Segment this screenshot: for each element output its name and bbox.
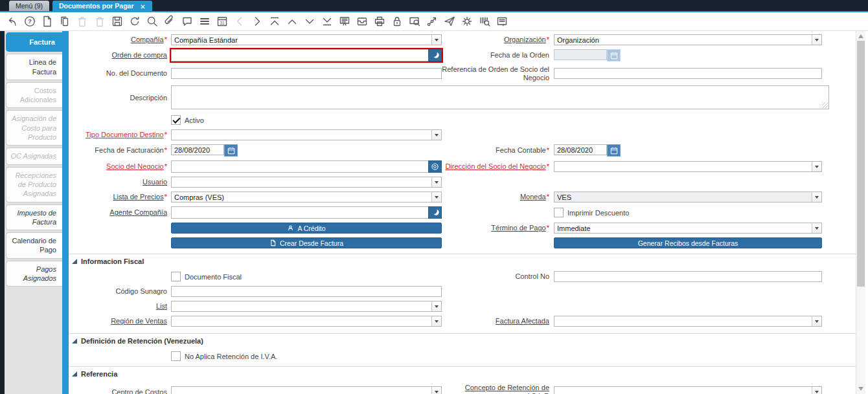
orden-de-compra-input[interactable]: [171, 49, 428, 61]
nav-up-icon[interactable]: [286, 15, 299, 28]
chevron-down-icon[interactable]: [812, 223, 821, 233]
usuario-label[interactable]: Usuario: [143, 178, 167, 186]
copy-record-icon[interactable]: [58, 15, 71, 28]
product-info-icon[interactable]: [478, 15, 491, 28]
centro-de-costos-label[interactable]: Centro de Costos: [111, 388, 167, 394]
factura-afectada-select[interactable]: [554, 316, 822, 327]
collapse-section-icon[interactable]: [72, 259, 77, 264]
chevron-down-icon[interactable]: [431, 301, 441, 311]
concepto-retencion-islr-select[interactable]: [554, 386, 822, 394]
control-no-input[interactable]: [554, 271, 822, 282]
list-select[interactable]: [171, 301, 442, 312]
send-icon[interactable]: [443, 15, 456, 28]
activo-checkbox[interactable]: [171, 115, 181, 125]
moneda-label[interactable]: Moneda: [520, 193, 546, 201]
lista-de-precios-label[interactable]: Lista de Precios: [113, 193, 163, 201]
collapse-section-icon[interactable]: [72, 338, 77, 344]
termino-de-pago-select[interactable]: Immediate: [554, 223, 822, 234]
list-label[interactable]: List: [156, 302, 167, 310]
calendar-icon[interactable]: [224, 144, 238, 157]
attachment-icon[interactable]: [163, 15, 176, 28]
agente-compania-input[interactable]: [171, 206, 428, 219]
organizacion-label[interactable]: Organización: [504, 36, 546, 43]
chevron-down-icon[interactable]: [431, 130, 441, 140]
sidebar-tab-linea-de-factura[interactable]: Linea de Factura: [6, 54, 62, 80]
termino-de-pago-label[interactable]: Término de Pago: [491, 224, 545, 232]
report-icon[interactable]: [338, 15, 351, 28]
agente-compania-lookup-button[interactable]: [428, 206, 442, 219]
nav-down-icon[interactable]: [303, 15, 316, 28]
save-icon[interactable]: [111, 15, 124, 28]
chevron-down-icon[interactable]: [431, 192, 441, 202]
scroll-up-icon[interactable]: [858, 34, 863, 38]
archive-icon[interactable]: [356, 15, 369, 28]
compania-label[interactable]: Compañía: [131, 36, 164, 43]
chevron-down-icon[interactable]: [812, 35, 821, 45]
concepto-retencion-islr-label[interactable]: Concepto de Retención de I.S.L.R: [465, 384, 549, 394]
direccion-del-socio-label[interactable]: Dirección del Socio del Negocio: [445, 162, 545, 170]
referencia-orden-socio-input[interactable]: [554, 68, 822, 79]
chevron-down-icon[interactable]: [812, 192, 821, 202]
factura-afectada-label[interactable]: Factura Afectada: [496, 317, 549, 325]
calendar-icon[interactable]: [607, 144, 621, 157]
sidebar-tab-pagos-asignados[interactable]: Pagos Asignados: [6, 261, 62, 287]
moneda-select[interactable]: VES: [554, 192, 822, 202]
help-panel-icon[interactable]: [496, 15, 508, 28]
sidebar-tab-factura[interactable]: Factura: [6, 32, 62, 52]
centro-de-costos-select[interactable]: [171, 386, 442, 394]
fecha-contable-input[interactable]: [554, 144, 607, 155]
refresh-icon[interactable]: [128, 15, 141, 28]
documento-fiscal-checkbox[interactable]: [171, 272, 181, 281]
socio-del-negocio-input[interactable]: [171, 160, 428, 173]
undo-icon[interactable]: [6, 15, 19, 28]
lista-de-precios-select[interactable]: Compras (VES): [171, 192, 442, 202]
find-icon[interactable]: [146, 15, 159, 28]
generar-recibos-button[interactable]: Generar Recibos desde Facturas: [554, 237, 822, 248]
compania-select[interactable]: Compañía Estándar: [171, 34, 442, 45]
chevron-down-icon[interactable]: [431, 177, 441, 187]
sidebar-tab-impuesto-de-factura[interactable]: Impuesto de Factura: [6, 204, 62, 231]
orden-de-compra-label[interactable]: Orden de compra: [111, 51, 167, 59]
agente-compania-label[interactable]: Agente Compañía: [109, 208, 167, 216]
chevron-down-icon[interactable]: [431, 387, 441, 394]
region-de-ventas-select[interactable]: [171, 316, 442, 327]
fecha-de-facturacion-input[interactable]: [171, 144, 224, 155]
vertical-scrollbar[interactable]: [856, 31, 865, 394]
close-tab-icon[interactable]: [140, 3, 146, 9]
business-partner-search-icon[interactable]: [428, 160, 442, 173]
resize-handle[interactable]: [822, 102, 828, 108]
window-tab-documentos-por-pagar[interactable]: Documentos por Pagar: [52, 1, 152, 11]
region-de-ventas-label[interactable]: Región de Ventas: [111, 317, 167, 325]
orden-de-compra-lookup-button[interactable]: [428, 49, 442, 61]
chat-icon[interactable]: [181, 15, 194, 28]
chevron-down-icon[interactable]: [431, 35, 441, 45]
scrollbar-thumb[interactable]: [857, 41, 865, 287]
nav-bottom-icon[interactable]: [321, 15, 334, 28]
crear-desde-factura-button[interactable]: Crear Desde Factura: [171, 237, 442, 248]
workflow-icon[interactable]: [426, 15, 439, 28]
scroll-down-icon[interactable]: [858, 387, 863, 391]
direccion-del-socio-select[interactable]: [554, 161, 822, 172]
a-credito-button[interactable]: A Crédito: [171, 223, 442, 234]
tipo-documento-destino-select[interactable]: [171, 129, 442, 140]
nav-top-icon[interactable]: [268, 15, 281, 28]
no-aplica-retencion-iva-checkbox[interactable]: [171, 351, 181, 361]
chevron-down-icon[interactable]: [812, 316, 821, 326]
zoom-across-icon[interactable]: [408, 15, 421, 28]
chevron-down-icon[interactable]: [431, 316, 441, 326]
codigo-sunagro-input[interactable]: [171, 286, 442, 297]
sidebar-tab-calendario-de-pago[interactable]: Calendario de Pago: [6, 232, 62, 259]
imprimir-descuento-checkbox[interactable]: [554, 208, 564, 217]
no-del-documento-input[interactable]: [171, 68, 442, 79]
toggle-list-icon[interactable]: [198, 15, 211, 28]
nav-right-icon[interactable]: [251, 15, 264, 28]
lock-icon[interactable]: [391, 15, 404, 28]
preferences-icon[interactable]: [461, 15, 474, 28]
socio-del-negocio-label[interactable]: Socio del Negocio: [106, 162, 164, 170]
tipo-documento-destino-label[interactable]: Tipo Documento Destino: [86, 131, 164, 138]
help-icon[interactable]: ?: [23, 15, 36, 28]
print-icon[interactable]: [373, 15, 386, 28]
calendar-icon[interactable]: 31: [216, 15, 229, 28]
window-tab-menu[interactable]: Menú (9): [9, 1, 49, 11]
usuario-select[interactable]: [171, 177, 442, 188]
